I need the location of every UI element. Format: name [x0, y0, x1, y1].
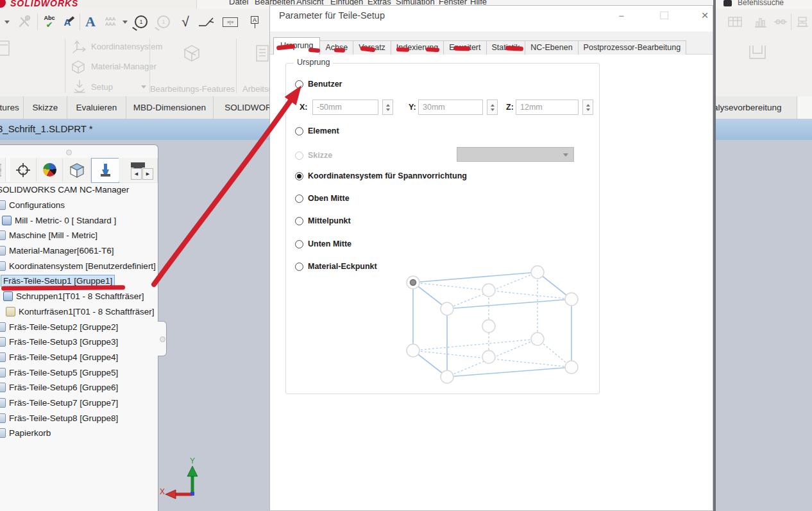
skizze-dropdown — [457, 147, 574, 162]
tree-item-fraes-teile-setup5[interactable]: Fräs-Teile-Setup5 [Gruppe5] — [0, 365, 158, 380]
z-spinner[interactable] — [582, 100, 593, 115]
tree-item-fraes-teile-setup7[interactable]: Fräs-Teile-Setup7 [Gruppe7] — [0, 395, 158, 411]
tree-item-fraes-teile-setup6[interactable]: Fräs-Teile-Setup6 [Gruppe6] — [0, 380, 158, 395]
radio-circle — [295, 80, 303, 89]
table-icon[interactable] — [725, 12, 745, 31]
format-painter-icon[interactable]: A — [60, 12, 78, 31]
corner-handle[interactable] — [441, 370, 453, 383]
panel-tabs-scroll-right[interactable]: ▶ — [142, 168, 153, 180]
extract-features-button[interactable]: Bearbeitungs-Features — [144, 84, 241, 94]
radio-mittelpunkt[interactable]: Mittelpunkt — [295, 216, 351, 225]
radio-material-eckpunkt[interactable]: Material-Eckpunkt — [295, 262, 377, 271]
tree-item-schruppen1[interactable]: Schruppen1[T01 - 8 Schaftfräser] — [0, 289, 158, 304]
tab-extra-blank[interactable] — [797, 96, 812, 119]
tab-features[interactable]: Features — [0, 96, 24, 119]
radio-element[interactable]: Element — [295, 126, 339, 135]
feature-manager-panel: ◀ ▶ SOLIDWORKS CAM NC-Manager Configurat… — [0, 144, 158, 511]
tree-item-koordinatensystem[interactable]: Koordinatensystem [Benutzerdefiniert] — [0, 258, 158, 273]
face-center-handle[interactable] — [482, 284, 495, 297]
stock-corner-picker[interactable] — [393, 263, 611, 399]
x-spinner[interactable] — [382, 100, 393, 115]
y-spinner[interactable] — [487, 100, 498, 115]
solidworks-gear-icon — [0, 0, 6, 8]
tree-item-konturfraesen1[interactable]: Konturfräsen1[T01 - 8 Schaftfräser] — [0, 304, 158, 320]
dialog-tab-achse[interactable]: Achse — [319, 40, 353, 55]
maximize-button[interactable] — [652, 8, 675, 22]
material-manager-button[interactable]: Material-Manager — [91, 62, 156, 71]
tree-item-fraes-teile-setup4[interactable]: Fräs-Teile-Setup4 [Gruppe4] — [0, 350, 158, 365]
machine-icon — [0, 230, 6, 240]
dialog-tab-statistik[interactable]: Statistik — [486, 40, 526, 55]
corner-handle[interactable] — [407, 344, 419, 357]
note-box-icon[interactable]: ≡|≡ — [219, 12, 241, 31]
panel-handle-dot[interactable] — [66, 150, 72, 155]
radio-benutzer[interactable]: Benutzer — [295, 80, 342, 89]
minimize-button[interactable]: − — [610, 8, 633, 22]
tab-skizze[interactable]: Skizze — [24, 96, 67, 119]
dialog-tab-nc-ebenen[interactable]: NC-Ebenen — [525, 40, 578, 55]
tree-item-fraes-teile-setup1[interactable]: Fräs-Teile-Setup1 [Gruppe1] — [0, 273, 158, 289]
zoom-to-selection-icon[interactable]: 1 — [131, 12, 151, 31]
tree-item-maschine[interactable]: Maschine [Mill - Metric] — [0, 228, 158, 243]
mill-config-icon — [2, 216, 12, 225]
dialog-tab-erweitert[interactable]: Erweitert — [443, 40, 486, 55]
feature-manager-tabs: ◀ ▶ — [0, 158, 158, 183]
z-input[interactable]: 12mm — [516, 100, 579, 115]
radio-oben-mitte[interactable]: Oben Mitte — [295, 194, 350, 203]
tree-item-papierkorb[interactable]: Papierkorb — [0, 426, 158, 441]
coordsys-button[interactable]: Koordinatensystem — [91, 42, 162, 51]
dialog-tab-versatz[interactable]: Versatz — [353, 40, 391, 55]
feature-tree: SOLIDWORKS CAM NC-Manager Configurations… — [0, 182, 158, 441]
dialog-title-bar[interactable]: Parameter für Teile-Setup − × — [270, 6, 713, 26]
bar-chart-icon[interactable] — [752, 12, 770, 31]
tolerance-icon[interactable] — [772, 12, 790, 31]
center-handle[interactable] — [482, 320, 495, 333]
setup-button[interactable]: Setup — [91, 82, 113, 92]
corner-handle[interactable] — [565, 293, 578, 306]
check-sketch-icon[interactable]: √ — [177, 12, 194, 31]
command-search-label[interactable]: Befehlssuche — [738, 0, 784, 7]
corner-handle[interactable] — [531, 333, 544, 345]
document-title: 3_Schrift_1.SLDPRT * — [0, 123, 93, 134]
tab-featuremanager-icon[interactable] — [0, 158, 6, 182]
tree-item-fraes-teile-setup3[interactable]: Fräs-Teile-Setup3 [Gruppe3] — [0, 334, 158, 350]
tree-item-nc-manager[interactable]: SOLIDWORKS CAM NC-Manager — [0, 182, 158, 198]
dialog-tab-ursprung[interactable]: Ursprung — [273, 37, 320, 55]
tab-cam-manager-icon[interactable] — [91, 158, 119, 183]
tree-item-material-manager[interactable]: Material-Manager[6061-T6] — [0, 243, 158, 259]
tree-item-configurations[interactable]: Configurations — [0, 198, 158, 213]
menu-datei[interactable]: Datei — [229, 0, 248, 6]
format-dropdown-caret[interactable] — [121, 12, 129, 31]
zoom-disabled-icon: 1 — [154, 12, 173, 31]
radio-unten-mitte[interactable]: Unten Mitte — [295, 239, 351, 248]
text-format-icon[interactable]: AAA AAA — [101, 12, 120, 31]
panel-tabs-scroll-left[interactable]: ◀ — [131, 168, 142, 180]
tree-item-mill-metric[interactable]: Mill - Metric- 0 [ Standard ] — [0, 212, 158, 228]
font-icon[interactable]: A — [82, 12, 99, 31]
toolbar-dropdown-caret[interactable] — [3, 12, 11, 31]
panel-flyout-handle[interactable] — [158, 321, 167, 356]
y-input[interactable]: 30mm — [418, 100, 483, 115]
dialog-tab-postprozessor[interactable]: Postprozessor-Bearbeitung — [578, 40, 686, 55]
setup-icon-small — [0, 352, 6, 362]
smart-dimension-icon[interactable] — [196, 12, 217, 31]
dialog-tab-indexierung[interactable]: Indexierung — [391, 40, 444, 55]
dim-scheme-icon[interactable] — [794, 12, 811, 31]
groupbox-label: Ursprung — [294, 58, 333, 67]
face-center-handle[interactable] — [482, 351, 495, 363]
x-input[interactable]: -50mm — [312, 100, 378, 115]
corner-handle[interactable] — [565, 361, 578, 374]
tab-propertymanager-icon[interactable] — [10, 158, 37, 182]
tree-item-fraes-teile-setup2[interactable]: Fräs-Teile-Setup2 [Gruppe2] — [0, 319, 158, 334]
tab-mbd-dimensionen[interactable]: MBD-Dimensionen — [126, 96, 214, 119]
spellcheck-icon[interactable]: Abc ✔ — [40, 12, 58, 31]
tools-icon[interactable] — [15, 12, 33, 31]
annotation-flag-icon[interactable]: A — [246, 12, 264, 31]
tree-item-fraes-teile-setup8[interactable]: Fräs-Teile-Setup8 [Gruppe8] — [0, 410, 158, 426]
corner-handle[interactable] — [441, 302, 453, 315]
corner-handle[interactable] — [531, 266, 544, 279]
tab-dimxpertmanager-icon[interactable] — [63, 158, 91, 182]
tab-evaluieren[interactable]: Evaluieren — [67, 96, 126, 119]
tab-configurationmanager-icon[interactable] — [37, 158, 63, 182]
radio-koordinatensystem[interactable]: Koordinatensystem für Spannvorrichtung — [295, 171, 467, 180]
